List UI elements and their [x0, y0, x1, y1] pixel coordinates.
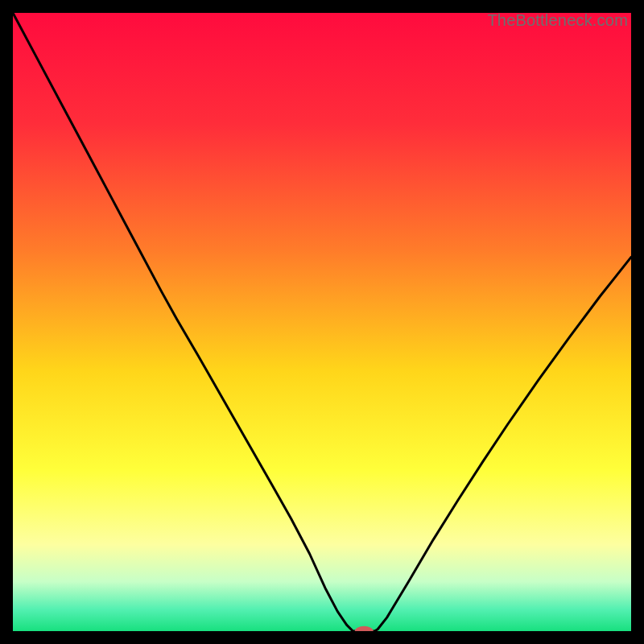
bottleneck-chart	[13, 13, 631, 631]
watermark-text: TheBottleneck.com	[487, 11, 628, 30]
gradient-background	[13, 13, 631, 631]
chart-frame: TheBottleneck.com	[13, 13, 631, 631]
